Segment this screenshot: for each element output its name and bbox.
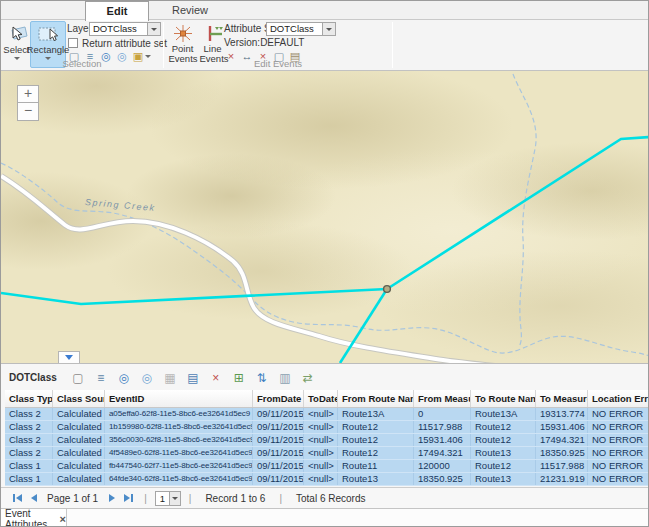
sort-icon[interactable]: ⇅ xyxy=(255,371,269,385)
attribute-set-combobox[interactable]: DOTClass xyxy=(266,22,336,36)
report-icon[interactable]: ▥ xyxy=(278,371,292,385)
tab-event-attributes[interactable]: Event Attributes × xyxy=(1,509,67,527)
table-cell[interactable]: 09/11/2015 xyxy=(253,421,304,433)
column-header[interactable]: From Measure xyxy=(414,390,471,407)
table-cell[interactable]: Route13 xyxy=(338,473,414,485)
table-cell[interactable]: 09/11/2015 xyxy=(253,460,304,472)
table-cell[interactable]: Route13 xyxy=(471,473,536,485)
table-cell[interactable]: Calculated xyxy=(53,434,105,446)
table-cell[interactable]: 21231.919 xyxy=(536,473,588,485)
table-cell[interactable]: <null> xyxy=(304,447,338,459)
table-cell[interactable]: <null> xyxy=(304,408,338,420)
last-page-button[interactable] xyxy=(120,491,136,505)
table-cell[interactable]: 0 xyxy=(414,408,471,420)
first-page-button[interactable] xyxy=(9,491,25,505)
table-cell[interactable]: <null> xyxy=(304,421,338,433)
table-cell[interactable]: Calculated xyxy=(53,421,105,433)
table-cell[interactable]: <null> xyxy=(304,460,338,472)
table-cell[interactable]: 09/11/2015 xyxy=(253,434,304,446)
table-cell[interactable]: Route12 xyxy=(338,421,414,433)
zoom-in-button[interactable]: + xyxy=(17,85,39,103)
save-icon[interactable]: ▦ xyxy=(163,371,177,385)
attribute-set-dropdown-arrow[interactable] xyxy=(322,23,335,35)
column-header[interactable]: Location Error xyxy=(588,390,649,407)
map-canvas[interactable]: Spring Creek + − xyxy=(1,71,649,363)
table-cell[interactable]: Class 2 xyxy=(5,447,53,459)
table-cell[interactable]: NO ERROR xyxy=(588,434,649,446)
table-cell[interactable]: Route12 xyxy=(471,460,536,472)
table-cell[interactable]: 17494.321 xyxy=(536,434,588,446)
close-tab-icon[interactable]: × xyxy=(60,513,66,525)
table-cell[interactable]: 11517.988 xyxy=(536,460,588,472)
column-header[interactable]: FromDate xyxy=(253,390,304,407)
table-cell[interactable]: 15931.406 xyxy=(536,421,588,433)
table-cell[interactable]: 356c0030-62f8-11e5-8bc6-ee32641d5ec9 xyxy=(105,434,253,446)
table-cell[interactable]: 11517.988 xyxy=(414,421,471,433)
table-cell[interactable]: Class 2 xyxy=(5,408,53,420)
layer-combobox[interactable]: DOTClass xyxy=(89,22,161,36)
route-event-line-northeast[interactable] xyxy=(387,137,649,289)
table-cell[interactable]: fb447540-62f7-11e5-8bc6-ee32641d5ec9 xyxy=(105,460,253,472)
table-cell[interactable]: 64fde340-62f8-11e5-8bc6-ee32641d5ec9 xyxy=(105,473,253,485)
table-cell[interactable]: Class 2 xyxy=(5,434,53,446)
table-cell[interactable]: Class 1 xyxy=(5,473,53,485)
table-cell[interactable]: Route12 xyxy=(471,434,536,446)
table-cell[interactable]: Calculated xyxy=(53,460,105,472)
table-cell[interactable]: 19313.774 xyxy=(536,408,588,420)
page-number-dropdown-arrow[interactable] xyxy=(169,492,180,505)
table-cell[interactable]: NO ERROR xyxy=(588,408,649,420)
route-event-line-west[interactable] xyxy=(1,289,387,304)
table-row[interactable]: Class 1Calculated64fde340-62f8-11e5-8bc6… xyxy=(5,473,649,486)
table-cell[interactable]: Route11 xyxy=(338,460,414,472)
add-records-icon[interactable]: ⊞ xyxy=(232,371,246,385)
column-header[interactable]: Class Type xyxy=(5,390,53,407)
delete-selected-icon[interactable]: × xyxy=(209,371,223,385)
table-cell[interactable]: Class 1 xyxy=(5,460,53,472)
table-cell[interactable]: 1b159980-62f8-11e5-8bc6-ee32641d5ec9 xyxy=(105,421,253,433)
column-header[interactable]: To Route Name xyxy=(471,390,536,407)
column-header[interactable]: From Route Name xyxy=(338,390,414,407)
table-cell[interactable]: 120000 xyxy=(414,460,471,472)
table-row[interactable]: Class 2Calculateda05effa0-62f8-11e5-8bc6… xyxy=(5,408,649,421)
page-number-combobox[interactable]: 1 xyxy=(155,491,181,506)
table-cell[interactable]: 17494.321 xyxy=(414,447,471,459)
previous-page-button[interactable] xyxy=(25,491,41,505)
table-cell[interactable]: Calculated xyxy=(53,473,105,485)
table-cell[interactable]: Route12 xyxy=(338,434,414,446)
table-row[interactable]: Class 2Calculated356c0030-62f8-11e5-8bc6… xyxy=(5,434,649,447)
table-cell[interactable]: 09/11/2015 xyxy=(253,408,304,420)
table-cell[interactable]: Route13A xyxy=(471,408,536,420)
column-header[interactable]: To Measure xyxy=(536,390,588,407)
collapse-table-button[interactable] xyxy=(58,351,80,363)
table-cell[interactable]: Route13 xyxy=(471,447,536,459)
route-junction-vertex[interactable] xyxy=(384,286,391,293)
table-cell[interactable]: <null> xyxy=(304,473,338,485)
table-cell[interactable]: Calculated xyxy=(53,447,105,459)
column-header[interactable]: EventID xyxy=(105,390,253,407)
table-cell[interactable]: Route12 xyxy=(338,447,414,459)
table-cell[interactable]: 4f5489e0-62f8-11e5-8bc6-ee32641d5ec9 xyxy=(105,447,253,459)
column-header[interactable]: ToDate xyxy=(304,390,338,407)
table-cell[interactable]: 15931.406 xyxy=(414,434,471,446)
table-cell[interactable]: Class 2 xyxy=(5,421,53,433)
table-cell[interactable]: <null> xyxy=(304,434,338,446)
table-cell[interactable]: Route12 xyxy=(471,421,536,433)
measure-spacing-icon[interactable]: ⇄ xyxy=(301,371,315,385)
table-cell[interactable]: 18350.925 xyxy=(414,473,471,485)
table-row[interactable]: Class 1Calculatedfb447540-62f7-11e5-8bc6… xyxy=(5,460,649,473)
table-row[interactable]: Class 2Calculated4f5489e0-62f8-11e5-8bc6… xyxy=(5,447,649,460)
table-select-icon[interactable]: ▢ xyxy=(71,371,85,385)
table-cell[interactable]: 09/11/2015 xyxy=(253,447,304,459)
tab-review[interactable]: Review xyxy=(157,1,223,20)
pan-to-selection-icon[interactable]: ◎ xyxy=(140,371,154,385)
table-menu-icon[interactable]: ≡ xyxy=(94,371,108,385)
zoom-out-button[interactable]: − xyxy=(17,103,39,121)
table-cell[interactable]: NO ERROR xyxy=(588,460,649,472)
table-cell[interactable]: NO ERROR xyxy=(588,447,649,459)
return-attribute-set-checkbox[interactable] xyxy=(68,38,78,48)
table-row[interactable]: Class 2Calculated1b159980-62f8-11e5-8bc6… xyxy=(5,421,649,434)
tab-edit[interactable]: Edit xyxy=(85,1,149,21)
next-page-button[interactable] xyxy=(104,491,120,505)
table-cell[interactable]: NO ERROR xyxy=(588,473,649,485)
table-cell[interactable]: NO ERROR xyxy=(588,421,649,433)
